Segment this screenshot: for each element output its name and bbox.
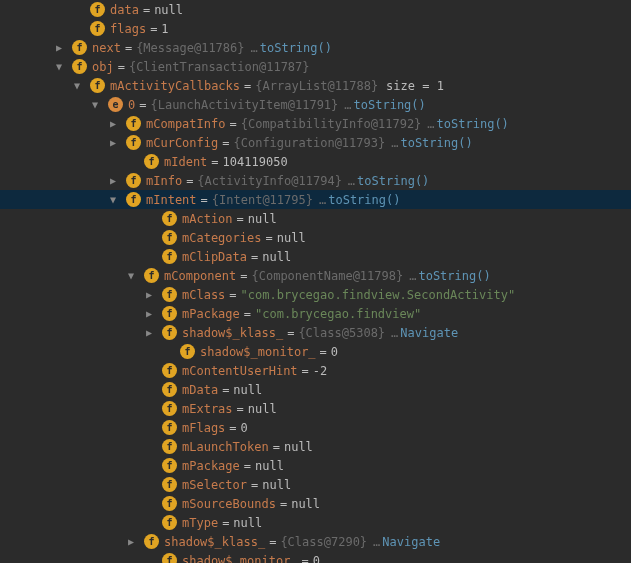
tree-row-mActivityCallbacks[interactable]: ▼fmActivityCallbacks={ArrayList@11788}si… — [0, 76, 631, 95]
navigate-link[interactable]: Navigate — [382, 535, 440, 549]
tree-row-mClipData[interactable]: fmClipData=null — [0, 247, 631, 266]
field-icon: f — [90, 78, 105, 93]
expand-right-icon[interactable]: ▶ — [144, 289, 154, 300]
field-name: data — [110, 3, 139, 17]
field-value: null — [233, 516, 262, 530]
field-icon: f — [162, 515, 177, 530]
field-icon: f — [162, 306, 177, 321]
tree-row-0[interactable]: ▼e0={LaunchActivityItem@11791}…toString(… — [0, 95, 631, 114]
tree-row-shadow-klass-[interactable]: ▶fshadow$_klass_={Class@5308}…Navigate — [0, 323, 631, 342]
tostring-link[interactable]: toString() — [354, 98, 426, 112]
expand-right-icon[interactable]: ▶ — [108, 137, 118, 148]
tostring-link[interactable]: toString() — [437, 117, 509, 131]
equals-sign: = — [201, 193, 208, 207]
field-name: obj — [92, 60, 114, 74]
tree-row-mCurConfig[interactable]: ▶fmCurConfig={Configuration@11793}…toStr… — [0, 133, 631, 152]
equals-sign: = — [273, 440, 280, 454]
tree-row-mCategories[interactable]: fmCategories=null — [0, 228, 631, 247]
field-icon: f — [162, 287, 177, 302]
tree-row-mInfo[interactable]: ▶fmInfo={ActivityInfo@11794}…toString() — [0, 171, 631, 190]
field-value: "com.brycegao.findview.SecondActivity" — [241, 288, 516, 302]
expand-down-icon[interactable]: ▼ — [126, 270, 136, 281]
tree-row-flags[interactable]: fflags=1 — [0, 19, 631, 38]
tree-row-mLaunchToken[interactable]: fmLaunchToken=null — [0, 437, 631, 456]
tree-row-mAction[interactable]: fmAction=null — [0, 209, 631, 228]
expand-right-icon[interactable]: ▶ — [144, 327, 154, 338]
tree-row-obj[interactable]: ▼fobj={ClientTransaction@11787} — [0, 57, 631, 76]
equals-sign: = — [251, 250, 258, 264]
tostring-link[interactable]: toString() — [328, 193, 400, 207]
field-name: mCurConfig — [146, 136, 218, 150]
tree-row-shadow-monitor-[interactable]: fshadow$_monitor_=0 — [0, 342, 631, 361]
ellipsis-icon: … — [344, 98, 351, 112]
tree-row-mComponent[interactable]: ▼fmComponent={ComponentName@11798}…toStr… — [0, 266, 631, 285]
equals-sign: = — [125, 41, 132, 55]
tree-row-mContentUserHint[interactable]: fmContentUserHint=-2 — [0, 361, 631, 380]
tree-row-data[interactable]: fdata=null — [0, 0, 631, 19]
equals-sign: = — [222, 136, 229, 150]
field-icon: f — [72, 40, 87, 55]
equals-sign: = — [229, 421, 236, 435]
tostring-link[interactable]: toString() — [418, 269, 490, 283]
field-icon: f — [162, 458, 177, 473]
tostring-link[interactable]: toString() — [400, 136, 472, 150]
expand-down-icon[interactable]: ▼ — [90, 99, 100, 110]
field-value: -2 — [313, 364, 327, 378]
variables-tree[interactable]: fdata=nullfflags=1▶fnext={Message@11786}… — [0, 0, 631, 563]
field-name: mSourceBounds — [182, 497, 276, 511]
field-name: next — [92, 41, 121, 55]
tree-row-mPackage[interactable]: fmPackage=null — [0, 456, 631, 475]
field-icon: f — [126, 116, 141, 131]
tree-row-mData[interactable]: fmData=null — [0, 380, 631, 399]
field-value: null — [291, 497, 320, 511]
tree-row-mIdent[interactable]: fmIdent=104119050 — [0, 152, 631, 171]
field-value: null — [255, 459, 284, 473]
field-value: null — [284, 440, 313, 454]
field-icon: f — [162, 553, 177, 563]
field-icon: f — [162, 496, 177, 511]
expand-right-icon[interactable]: ▶ — [126, 536, 136, 547]
equals-sign: = — [265, 231, 272, 245]
tostring-link[interactable]: toString() — [357, 174, 429, 188]
field-icon: f — [180, 344, 195, 359]
tree-row-shadow-monitor-[interactable]: fshadow$_monitor_=0 — [0, 551, 631, 563]
tree-row-mClass[interactable]: ▶fmClass="com.brycegao.findview.SecondAc… — [0, 285, 631, 304]
tree-row-mCompatInfo[interactable]: ▶fmCompatInfo={CompatibilityInfo@11792}…… — [0, 114, 631, 133]
tree-row-mType[interactable]: fmType=null — [0, 513, 631, 532]
tree-row-mExtras[interactable]: fmExtras=null — [0, 399, 631, 418]
field-name: mIntent — [146, 193, 197, 207]
navigate-link[interactable]: Navigate — [400, 326, 458, 340]
expand-right-icon[interactable]: ▶ — [144, 308, 154, 319]
field-icon: f — [144, 268, 159, 283]
equals-sign: = — [269, 535, 276, 549]
expand-down-icon[interactable]: ▼ — [54, 61, 64, 72]
tree-row-next[interactable]: ▶fnext={Message@11786}…toString() — [0, 38, 631, 57]
field-icon: f — [162, 230, 177, 245]
tostring-link[interactable]: toString() — [260, 41, 332, 55]
expand-right-icon[interactable]: ▶ — [108, 118, 118, 129]
equals-sign: = — [237, 212, 244, 226]
tree-row-mPackage[interactable]: ▶fmPackage="com.brycegao.findview" — [0, 304, 631, 323]
expand-down-icon[interactable]: ▼ — [72, 80, 82, 91]
equals-sign: = — [244, 459, 251, 473]
field-name: mCompatInfo — [146, 117, 225, 131]
tree-row-shadow-klass-[interactable]: ▶fshadow$_klass_={Class@7290}…Navigate — [0, 532, 631, 551]
field-name: flags — [110, 22, 146, 36]
field-name: mClass — [182, 288, 225, 302]
field-value: {CompatibilityInfo@11792} — [241, 117, 422, 131]
field-name: mPackage — [182, 307, 240, 321]
tree-row-mFlags[interactable]: fmFlags=0 — [0, 418, 631, 437]
field-value: {Configuration@11793} — [233, 136, 385, 150]
tree-row-mSelector[interactable]: fmSelector=null — [0, 475, 631, 494]
equals-sign: = — [229, 117, 236, 131]
tree-row-mSourceBounds[interactable]: fmSourceBounds=null — [0, 494, 631, 513]
ellipsis-icon: … — [373, 535, 380, 549]
field-name: mExtras — [182, 402, 233, 416]
tree-row-mIntent[interactable]: ▼fmIntent={Intent@11795}…toString() — [0, 190, 631, 209]
expand-right-icon[interactable]: ▶ — [108, 175, 118, 186]
expand-down-icon[interactable]: ▼ — [108, 194, 118, 205]
element-icon: e — [108, 97, 123, 112]
field-value: {Intent@11795} — [212, 193, 313, 207]
expand-right-icon[interactable]: ▶ — [54, 42, 64, 53]
field-value: 1 — [161, 22, 168, 36]
